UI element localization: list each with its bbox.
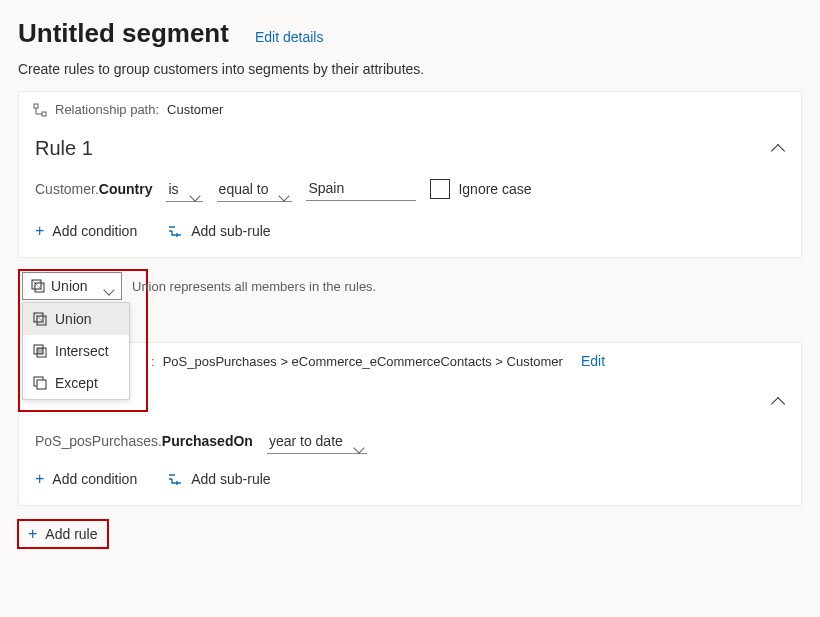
set-operator-dropdown: Union Intersect Except (22, 302, 130, 400)
condition-field[interactable]: PoS_posPurchases.PurchasedOn (35, 433, 253, 449)
edit-path-link[interactable]: Edit (581, 353, 605, 369)
svg-rect-0 (34, 104, 38, 108)
ignore-case-checkbox[interactable] (430, 179, 450, 199)
svg-rect-8 (37, 348, 43, 354)
value-input[interactable]: Spain (306, 176, 416, 201)
set-operator-option-union[interactable]: Union (23, 303, 129, 335)
condition-row: PoS_posPurchases.PurchasedOn year to dat… (19, 429, 801, 463)
chevron-down-icon (105, 281, 113, 297)
relationship-icon (33, 103, 47, 117)
except-icon (33, 376, 47, 390)
set-operator-description: Union represents all members in the rule… (132, 279, 376, 294)
collapse-icon[interactable] (771, 142, 785, 156)
intersect-icon (33, 344, 47, 358)
page-title: Untitled segment (18, 18, 229, 49)
page-subtitle: Create rules to group customers into seg… (18, 61, 802, 77)
rule-title: Rule 1 (35, 137, 93, 160)
condition-row: Customer.Country is equal to Spain Ignor… (19, 172, 801, 215)
subrule-icon (167, 224, 183, 238)
set-operator-option-except[interactable]: Except (23, 367, 129, 399)
subrule-icon (167, 472, 183, 486)
plus-icon: + (28, 526, 37, 542)
comparator-select[interactable]: equal to (217, 181, 293, 197)
relationship-path-value: Customer (167, 102, 223, 117)
relationship-path-value: PoS_posPurchases > eCommerce_eCommerceCo… (163, 354, 563, 369)
add-condition-button[interactable]: + Add condition (29, 467, 143, 491)
union-icon (33, 312, 47, 326)
relationship-path: Relationship path: Customer (19, 92, 801, 127)
add-sub-rule-button[interactable]: Add sub-rule (161, 219, 276, 243)
plus-icon: + (35, 471, 44, 487)
relationship-path-label: Relationship path: (55, 102, 159, 117)
union-icon (31, 279, 45, 293)
set-operator-option-intersect[interactable]: Intersect (23, 335, 129, 367)
edit-details-link[interactable]: Edit details (255, 29, 323, 45)
add-rule-button[interactable]: + Add rule (18, 520, 108, 548)
add-condition-button[interactable]: + Add condition (29, 219, 143, 243)
rule-card-2: : PoS_posPurchases > eCommerce_eCommerce… (18, 342, 802, 506)
date-operator-select[interactable]: year to date (267, 433, 367, 449)
ignore-case-label: Ignore case (458, 181, 531, 197)
rule-card-1: Relationship path: Customer Rule 1 Custo… (18, 91, 802, 258)
set-operator-select[interactable]: Union (22, 272, 122, 300)
condition-field[interactable]: Customer.Country (35, 181, 152, 197)
plus-icon: + (35, 223, 44, 239)
svg-rect-10 (37, 380, 46, 389)
add-sub-rule-button[interactable]: Add sub-rule (161, 467, 276, 491)
collapse-icon[interactable] (771, 395, 785, 409)
operator-select[interactable]: is (166, 181, 202, 197)
svg-rect-1 (42, 112, 46, 116)
